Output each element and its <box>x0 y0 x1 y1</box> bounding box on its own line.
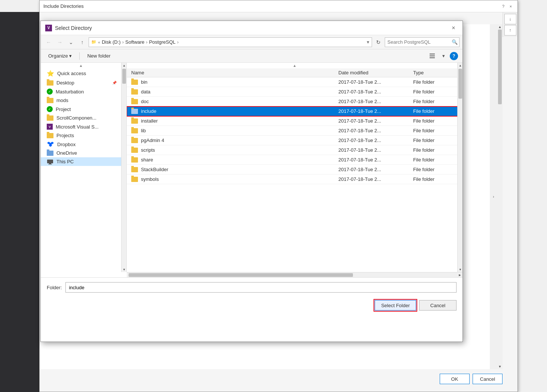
project-label: Project <box>56 107 71 112</box>
file-row-scripts[interactable]: scripts 2017-07-18-Tue 2... File folder <box>127 145 463 155</box>
svg-rect-7 <box>47 160 53 163</box>
address-dropdown[interactable]: ▾ <box>367 39 369 45</box>
sidebar-item-dropbox[interactable]: Dropbox <box>41 140 121 149</box>
outer-ok-btn[interactable]: OK <box>440 374 470 384</box>
file-name-installer: installer <box>131 118 338 124</box>
sidebar-item-projects[interactable]: Projects <box>41 131 121 140</box>
nav-scrollbar[interactable]: ▲ ▼ <box>121 63 126 272</box>
address-bar[interactable]: 📁 « Disk (D:) › Software › PostgreSQL › … <box>89 37 372 47</box>
include-dirs-title-text: Include Directories <box>43 3 84 9</box>
search-bar[interactable]: 🔍 <box>385 37 460 47</box>
vs-background: Configura... Genera... Debu... VC++... ▷… <box>0 0 547 392</box>
view-dropdown-btn[interactable]: ▾ <box>439 51 448 61</box>
nav-dropdown-btn[interactable]: ⌄ <box>66 37 76 47</box>
sidebar-item-masturbation[interactable]: ✓ Masturbation <box>41 87 121 96</box>
cancel-btn[interactable]: Cancel <box>419 300 457 311</box>
installer-date: 2017-07-18-Tue 2... <box>338 118 413 124</box>
sidebar-item-ms-vs[interactable]: V Microsoft Visual S... <box>41 122 121 131</box>
sidebar-item-project[interactable]: ✓ Project <box>41 105 121 114</box>
sidebar-item-mods[interactable]: mods <box>41 96 121 105</box>
toolbar-separator <box>79 52 80 60</box>
data-date: 2017-07-18-Tue 2... <box>338 89 413 95</box>
file-row-installer[interactable]: installer 2017-07-18-Tue 2... File folde… <box>127 116 463 126</box>
h-scrollbar[interactable]: ◄ ► <box>127 272 463 277</box>
nav-scroll-up-btn[interactable]: ▲ <box>122 63 127 68</box>
include-dirs-close-btn[interactable]: × <box>508 3 514 9</box>
file-pane-scrollbar[interactable]: ▲ ▼ <box>457 63 463 272</box>
svg-rect-8 <box>49 163 51 164</box>
pin-icon-desktop: 📌 <box>112 81 117 85</box>
vs-left-sidebar <box>0 12 39 392</box>
rt-down-btn[interactable]: ↓ <box>504 14 516 24</box>
file-name-share: share <box>131 157 338 163</box>
nav-back-btn[interactable]: ← <box>44 37 53 47</box>
sidebar-item-scrollcomponent[interactable]: ScrollComponen... <box>41 114 121 122</box>
scrollbar-up-arrow[interactable]: ▲ <box>497 24 503 30</box>
toolbar-row: Organize ▾ New folder ▾ ? <box>41 49 463 63</box>
organize-btn[interactable]: Organize ▾ <box>45 52 75 60</box>
file-row-stackbuilder[interactable]: StackBuilder 2017-07-18-Tue 2... File fo… <box>127 165 463 175</box>
sidebar-item-this-pc[interactable]: This PC <box>41 157 121 166</box>
include-name: include <box>141 108 156 114</box>
file-row-doc[interactable]: doc 2017-07-18-Tue 2... File folder <box>127 97 463 107</box>
file-row-include[interactable]: include 2017-07-18-Tue 2... File folder <box>127 107 463 116</box>
col-type: Type <box>413 70 458 75</box>
h-scrollbar-thumb <box>129 273 353 277</box>
doc-name: doc <box>141 99 149 104</box>
svg-rect-2 <box>430 57 435 58</box>
svg-rect-0 <box>430 53 435 55</box>
vs-logo-icon: V <box>45 25 52 31</box>
new-folder-btn[interactable]: New folder <box>84 52 113 60</box>
symbols-date: 2017-07-18-Tue 2... <box>338 176 413 182</box>
this-pc-icon <box>47 159 53 164</box>
address-chevron-left: « <box>98 40 100 44</box>
outer-cancel-btn[interactable]: Cancel <box>473 374 503 384</box>
file-row-lib[interactable]: lib 2017-07-18-Tue 2... File folder <box>127 126 463 136</box>
nav-refresh-btn[interactable]: ↻ <box>374 37 383 47</box>
nav-forward-btn[interactable]: → <box>55 37 65 47</box>
include-dirs-title-bar: Include Directories ? × <box>40 0 517 12</box>
right-scrollbar[interactable]: ▲ ▼ <box>497 24 503 369</box>
address-disk: Disk (D:) <box>102 39 121 45</box>
dropbox-icon <box>47 141 54 147</box>
include-dirs-question-btn[interactable]: ? <box>500 3 506 9</box>
lib-name: lib <box>141 128 146 133</box>
file-row-share[interactable]: share 2017-07-18-Tue 2... File folder <box>127 155 463 165</box>
file-scroll-down-btn[interactable]: ▼ <box>458 267 463 272</box>
rt-up-btn[interactable]: ↑ <box>504 25 516 36</box>
file-scroll-up-btn[interactable]: ▲ <box>458 63 463 68</box>
include-type: File folder <box>413 108 458 114</box>
installer-folder-icon <box>131 118 138 124</box>
lib-date: 2017-07-18-Tue 2... <box>338 128 413 133</box>
view-controls: ▾ ? <box>427 51 458 61</box>
sidebar-item-desktop[interactable]: Desktop 📌 <box>41 78 121 87</box>
sidebar-item-onedrive[interactable]: OneDrive <box>41 149 121 157</box>
file-name-lib: lib <box>131 128 338 133</box>
file-name-scripts: scripts <box>131 147 338 153</box>
folder-input-field[interactable] <box>65 282 457 293</box>
file-row-data[interactable]: data 2017-07-18-Tue 2... File folder <box>127 87 463 97</box>
scrollbar-down-arrow[interactable]: ▼ <box>497 364 503 369</box>
file-row-bin[interactable]: bin 2017-07-18-Tue 2... File folder <box>127 77 463 87</box>
bin-folder-icon <box>131 80 138 85</box>
right-scrollbar-thumb <box>498 30 502 104</box>
svg-rect-9 <box>48 164 52 164</box>
sidebar-item-quick-access[interactable]: ⭐ Quick access <box>41 68 121 78</box>
h-scroll-right-btn[interactable]: ► <box>457 272 463 278</box>
nav-scroll-down-btn[interactable]: ▼ <box>122 267 127 272</box>
select-folder-btn[interactable]: Select Folder <box>375 300 416 311</box>
search-input[interactable] <box>387 39 450 45</box>
view-list-btn[interactable] <box>427 51 437 61</box>
select-dir-dialog: V Select Directory × ← → ⌄ ↑ 📁 « Disk (D… <box>40 21 463 342</box>
help-btn[interactable]: ? <box>450 52 458 60</box>
file-row-pgadmin[interactable]: pgAdmin 4 2017-07-18-Tue 2... File folde… <box>127 136 463 145</box>
dialog-close-btn[interactable]: × <box>449 24 458 33</box>
data-name: data <box>141 89 150 95</box>
symbols-folder-icon <box>131 177 138 182</box>
nav-up-btn[interactable]: ↑ <box>77 37 87 47</box>
data-type: File folder <box>413 89 458 95</box>
doc-folder-icon <box>131 99 138 104</box>
onedrive-label: OneDrive <box>56 150 77 156</box>
file-row-symbols[interactable]: symbols 2017-07-18-Tue 2... File folder <box>127 175 463 184</box>
dialog-title-bar: V Select Directory × <box>41 21 463 35</box>
